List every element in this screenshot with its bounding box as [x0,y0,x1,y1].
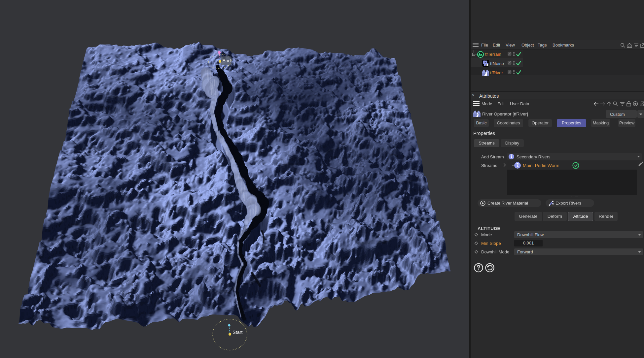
svg-text:Start: Start [233,330,243,335]
svg-text:End: End [222,58,231,63]
